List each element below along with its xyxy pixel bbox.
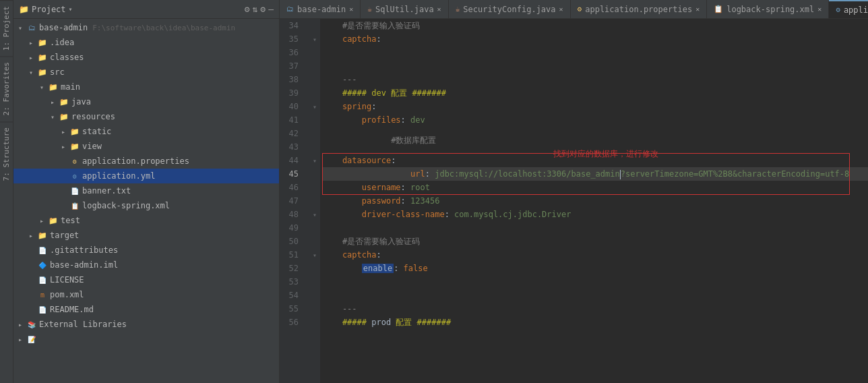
view-label: view: [82, 142, 102, 151]
fold-34[interactable]: [309, 19, 320, 32]
tab-label-base-admin: base-admin: [297, 5, 346, 14]
tab-icon-base-admin: 🗂: [286, 5, 294, 13]
tree-item-gitattributes[interactable]: 📄 .gitattributes: [13, 243, 279, 258]
tree-item-banner[interactable]: 📄 banner.txt: [13, 183, 279, 198]
arrow-pom: [27, 291, 35, 299]
close-sqlutil[interactable]: ✕: [437, 5, 441, 13]
line-num-36: 36: [280, 46, 304, 59]
sort-icon[interactable]: ⇅: [253, 4, 258, 14]
tree-item-src[interactable]: 📁 src: [13, 65, 279, 80]
fold-39: [309, 86, 320, 100]
arrow-static: [59, 127, 67, 136]
side-tab-structure[interactable]: 7: Structure: [0, 121, 13, 186]
fold-38: [309, 73, 320, 86]
tree-item-external-libs[interactable]: 📚 External Libraries: [13, 317, 279, 332]
tree-item-static[interactable]: 📁 static: [13, 124, 279, 139]
tab-icon-sqlutil: ☕: [367, 5, 372, 13]
code-line-35: captcha:: [323, 32, 868, 46]
code-line-56: ##### prod 配置 #######: [323, 316, 868, 329]
line-num-42: 42: [280, 127, 304, 140]
tree-item-license[interactable]: 📄 LICENSE: [13, 272, 279, 287]
tree-item-test[interactable]: 📁 test: [13, 213, 279, 228]
fold-36: [309, 46, 320, 59]
line-num-51: 51: [280, 248, 304, 262]
arrow-logback: [59, 202, 67, 210]
line-num-54: 54: [280, 289, 304, 302]
arrow-iml: [27, 261, 35, 269]
dropdown-arrow[interactable]: ▾: [69, 5, 73, 13]
settings-icon[interactable]: ⚙: [245, 4, 250, 14]
folder-icon-target: 📁: [37, 230, 48, 241]
line-num-47: 47: [280, 194, 304, 208]
arrow-scratches: [16, 335, 24, 343]
tree-item-scratches[interactable]: 📝: [13, 332, 279, 347]
arrow-banner: [59, 187, 67, 195]
tab-logback[interactable]: 📋 logback-spring.xml ✕: [707, 0, 829, 18]
arrow-main: [38, 83, 46, 91]
tree-item-view[interactable]: 📁 view: [13, 139, 279, 154]
code-line-37: [323, 59, 868, 73]
tab-sqlutil[interactable]: ☕ SqlUtil.java ✕: [361, 0, 448, 18]
folder-icon-test: 📁: [48, 215, 59, 226]
tree-item-idea[interactable]: 📁 .idea: [13, 35, 279, 50]
fold-37: [309, 59, 320, 73]
tab-label-securityconfig: SecurityConfig.java: [463, 5, 555, 14]
code-line-51: captcha:: [323, 248, 868, 262]
side-tab-favorites[interactable]: 2: Favorites: [0, 56, 13, 121]
tree-item-java[interactable]: 📁 java: [13, 94, 279, 109]
line-numbers: 34 35 36 37 38 39 40 41 42 43 44 45 46 4…: [280, 19, 309, 383]
idea-label: .idea: [50, 38, 74, 47]
tab-icon-app-yml: ⚙: [836, 5, 840, 14]
fold-48[interactable]: ▾: [309, 208, 320, 221]
close-securityconfig[interactable]: ✕: [559, 5, 563, 13]
close-app-properties[interactable]: ✕: [695, 5, 700, 13]
fold-40[interactable]: ▾: [309, 100, 320, 113]
tree-item-readme[interactable]: 📄 README.md: [13, 302, 279, 317]
tab-securityconfig[interactable]: ☕ SecurityConfig.java ✕: [449, 0, 571, 18]
folder-icon-classes: 📁: [37, 52, 48, 63]
tab-app-yml[interactable]: ⚙ application.yml ✕: [829, 0, 868, 18]
tree-item-logback[interactable]: 📋 logback-spring.xml: [13, 198, 279, 213]
code-key-captcha-35: captcha:: [323, 32, 381, 46]
base-admin-path: F:\software\back\idea\base-admin: [92, 24, 235, 32]
fold-46: [309, 181, 320, 194]
project-sidebar: 📁 Project ▾ ⚙ ⇅ ⚙ — 🗂 base-admin F:\soft…: [13, 0, 280, 383]
close-base-admin[interactable]: ✕: [349, 5, 353, 13]
gear-icon[interactable]: ⚙: [260, 4, 266, 14]
tree-item-iml[interactable]: 🔷 base-admin.iml: [13, 258, 279, 272]
file-icon-app-yml: ⚙: [69, 171, 80, 181]
folder-icon-external-libs: 📚: [26, 319, 37, 330]
logback-label: logback-spring.xml: [82, 201, 170, 210]
file-icon-readme: 📄: [37, 304, 48, 315]
arrow-resources: [49, 113, 57, 121]
tree-item-resources[interactable]: 📁 resources: [13, 109, 279, 124]
editor-area: 🗂 base-admin ✕ ☕ SqlUtil.java ✕ ☕ Securi…: [280, 0, 868, 383]
tab-label-sqlutil: SqlUtil.java: [375, 5, 434, 14]
banner-label: banner.txt: [82, 186, 131, 196]
tree-item-target[interactable]: 📁 target: [13, 228, 279, 243]
tree-item-base-admin[interactable]: 🗂 base-admin F:\software\back\idea\base-…: [13, 20, 279, 35]
tree-item-app-yml[interactable]: ⚙ application.yml: [13, 169, 279, 183]
folder-icon-java: 📁: [59, 96, 69, 107]
arrow-base-admin: [16, 24, 24, 32]
tree-item-main[interactable]: 📁 main: [13, 80, 279, 94]
tree-item-pom[interactable]: m pom.xml: [13, 287, 279, 302]
line-num-52: 52: [280, 262, 304, 275]
side-tab-project[interactable]: 1: Project: [0, 0, 13, 56]
code-content[interactable]: #是否需要输入验证码 captcha: --- ##### dev 配置 ###…: [320, 19, 868, 383]
pom-label: pom.xml: [50, 290, 84, 299]
fold-35[interactable]: ▾: [309, 32, 320, 46]
fold-51[interactable]: ▾: [309, 248, 320, 262]
close-logback[interactable]: ✕: [817, 5, 822, 13]
folder-icon-src: 📁: [37, 67, 48, 78]
code-line-52: enable: false: [323, 262, 868, 275]
main-label: main: [61, 82, 80, 92]
fold-44[interactable]: ▾: [309, 154, 320, 167]
file-icon-gitattributes: 📄: [37, 245, 48, 256]
tree-item-classes[interactable]: 📁 classes: [13, 50, 279, 65]
tab-base-admin[interactable]: 🗂 base-admin ✕: [280, 0, 361, 18]
minimize-icon[interactable]: —: [268, 4, 274, 14]
tab-app-properties[interactable]: ⚙ application.properties ✕: [571, 0, 708, 18]
tree-item-app-properties[interactable]: ⚙ application.properties: [13, 154, 279, 169]
tab-icon-securityconfig: ☕: [456, 5, 460, 13]
